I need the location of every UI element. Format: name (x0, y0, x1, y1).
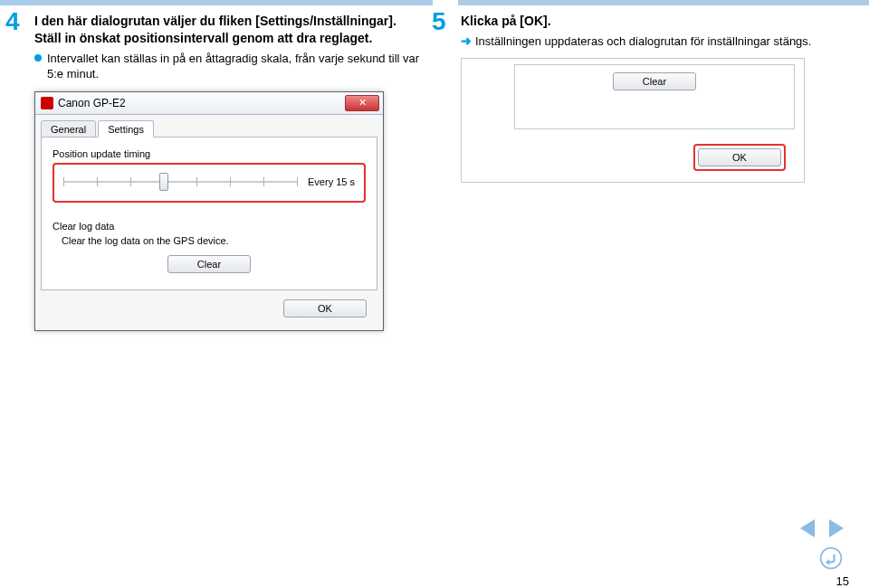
step5-arrow-text: Inställningen uppdateras och dialogrutan… (475, 33, 811, 50)
clear-log-label: Clear log data (53, 221, 366, 232)
page-number: 15 (836, 574, 849, 588)
snippet-inner: Clear (514, 64, 795, 129)
step5-heading: Klicka på [OK]. (461, 13, 849, 30)
dialog-titlebar: Canon GP-E2 ✕ (35, 92, 383, 115)
tab-settings-label: Settings (108, 124, 144, 135)
ok-button-right[interactable]: OK (698, 148, 781, 166)
step-number-5: 5 (432, 9, 446, 34)
position-timing-label: Position update timing (53, 148, 366, 159)
clear-button-right-label: Clear (643, 76, 666, 87)
nav-next[interactable] (826, 517, 847, 539)
tab-settings[interactable]: Settings (98, 120, 154, 138)
nav-prev[interactable] (797, 517, 818, 539)
arrow-icon: ➜ (461, 33, 472, 49)
bullet-icon (34, 54, 42, 62)
top-accent-bar (0, 0, 869, 5)
settings-dialog: Canon GP-E2 ✕ General Settings Position … (34, 91, 384, 331)
ok-button-left[interactable]: OK (283, 299, 367, 318)
tab-general[interactable]: General (41, 120, 96, 138)
ok-highlight-box: OK (693, 144, 786, 171)
clear-log-desc: Clear the log data on the GPS device. (62, 235, 366, 246)
ok-button-left-label: OK (318, 303, 332, 314)
step4-bullet-text: Intervallet kan ställas in på en åttagra… (47, 51, 423, 82)
step4-bullet-line: Intervallet kan ställas in på en åttagra… (34, 51, 423, 82)
clear-button-right[interactable]: Clear (613, 72, 696, 90)
dialog-title: Canon GP-E2 (58, 97, 126, 109)
close-button[interactable]: ✕ (345, 95, 379, 111)
slider-value-label: Every 15 s (308, 176, 355, 187)
tab-strip: General Settings (41, 120, 377, 138)
step-number-4: 4 (5, 9, 20, 34)
top-accent-gap (433, 0, 458, 5)
return-icon (818, 546, 844, 570)
tab-general-label: General (51, 124, 86, 135)
clear-button[interactable]: Clear (167, 255, 251, 273)
canon-icon (41, 97, 53, 109)
close-icon: ✕ (358, 98, 367, 108)
footer-nav (797, 517, 847, 539)
clear-button-label: Clear (197, 259, 221, 270)
update-interval-slider[interactable] (63, 174, 297, 190)
slider-thumb[interactable] (159, 173, 168, 191)
tab-panel: Position update timing (41, 137, 377, 290)
step5-arrow-line: ➜ Inställningen uppdateras och dialogrut… (461, 33, 849, 50)
chevron-right-icon (829, 519, 844, 537)
step4-heading: I den här dialogrutan väljer du fliken [… (34, 13, 423, 47)
right-column: 5 Klicka på [OK]. ➜ Inställningen uppdat… (446, 13, 849, 331)
ok-button-right-label: OK (732, 152, 747, 163)
svg-point-0 (821, 548, 842, 569)
chevron-left-icon (800, 519, 815, 537)
left-column: 4 I den här dialogrutan väljer du fliken… (20, 13, 423, 331)
ok-dialog-snippet: Clear OK (461, 58, 805, 183)
slider-highlight-box: Every 15 s (53, 163, 366, 203)
return-button[interactable] (818, 546, 844, 570)
